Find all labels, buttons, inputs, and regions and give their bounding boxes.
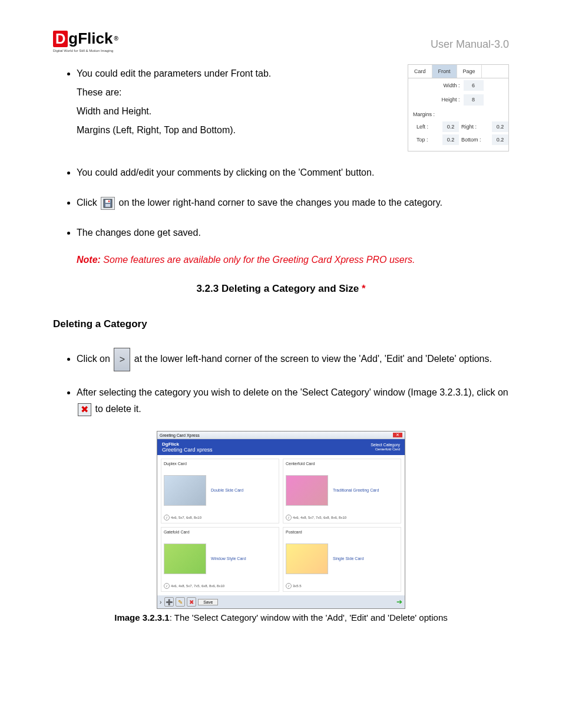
window-title: Greeting Card Xpress [160, 433, 200, 437]
category-thumb [164, 475, 206, 506]
section-heading: 3.2.3 Deleting a Category and Size * [53, 283, 509, 295]
select-category-screenshot: Greeting Card Xpress ✕ DgFlick Greeting … [157, 431, 405, 609]
footer-edit-icon[interactable]: ✎ [176, 597, 185, 607]
category-card[interactable]: PostcardSingle Side Cardi3x5.5 [283, 527, 401, 592]
category-thumb [286, 475, 328, 506]
chevron-right-icon[interactable]: > [114, 348, 130, 371]
note-text: Some features are available only for the… [101, 255, 415, 265]
b1-line2: These are: [77, 87, 121, 97]
tab-page[interactable]: Page [457, 65, 482, 78]
svg-rect-2 [105, 204, 110, 207]
category-title: Centerfold Card [286, 462, 398, 466]
bullet-comment: You could add/edit your comments by clic… [77, 164, 509, 182]
delete-icon[interactable]: ✖ [78, 403, 91, 416]
b6-post: to delete it. [95, 404, 141, 414]
margin-bottom-value[interactable]: 0.2 [492, 134, 508, 145]
margin-left-value[interactable]: 0.2 [442, 121, 459, 132]
category-sizes: i4x6, 5x7, 6x8, 8x10 [164, 515, 276, 521]
logo: DgFlick® Digital World for Still & Motio… [53, 29, 118, 52]
category-thumb [286, 543, 328, 574]
height-value[interactable]: 8 [464, 94, 484, 105]
margin-right-label: Right : [461, 122, 490, 131]
logo-reg: ® [114, 35, 118, 42]
category-style: Double Side Card [211, 488, 243, 492]
logo-text: gFlick [68, 29, 113, 48]
category-sizes: i4x6, 4x8, 5x7, 7x5, 6x8, 8x6, 8x10 [164, 583, 276, 589]
b1-line1: You could edit the parameters under Fron… [77, 68, 271, 78]
ss-app-title: Greeting Card xpress [162, 447, 213, 453]
category-style: Traditional Greeting Card [333, 488, 379, 492]
svg-rect-3 [108, 200, 110, 202]
margin-bottom-label: Bottom : [461, 135, 490, 144]
bullet-saved: The changes done get saved. [77, 225, 509, 242]
caption-bold: Image 3.2.3.1 [114, 612, 169, 622]
margin-left-label: Left : [416, 122, 440, 131]
b5-pre: Click on [77, 354, 110, 364]
category-style: Window Style Card [211, 556, 246, 561]
b3-pre: Click [77, 197, 97, 207]
footer-add-icon[interactable]: ➕ [164, 597, 174, 607]
category-sizes: i4x6, 4x8, 5x7, 7x5, 6x8, 8x6, 8x10 [286, 515, 398, 521]
ss-top-right2: Centerfold Card [371, 447, 400, 452]
height-label: Height : [434, 95, 464, 104]
footer-next-icon[interactable]: ➔ [396, 598, 402, 606]
category-thumb [164, 543, 206, 574]
window-close-icon[interactable]: ✕ [393, 433, 402, 437]
caption-rest: : The 'Select Category' window with the … [170, 612, 448, 622]
front-tab-panel: Card Front Page Width : 6 Height : 8 Mar… [408, 64, 509, 151]
b3-post: on the lower right-hand corner to save t… [119, 197, 442, 207]
category-title: Duplex Card [164, 462, 276, 466]
logo-d: D [53, 31, 68, 47]
margins-label: Margins : [408, 107, 508, 120]
category-card[interactable]: Duplex CardDouble Side Cardi4x6, 5x7, 6x… [161, 459, 279, 523]
category-card[interactable]: Gatefold CardWindow Style Cardi4x6, 4x8,… [161, 527, 279, 592]
category-sizes: i3x5.5 [286, 583, 398, 589]
logo-tagline: Digital World for Still & Motion Imaging [53, 49, 118, 52]
manual-title: User Manual-3.0 [431, 38, 509, 51]
category-style: Single Side Card [333, 556, 364, 561]
category-title: Gatefold Card [164, 530, 276, 534]
margin-top-label: Top : [416, 135, 440, 144]
note-label: Note: [77, 255, 101, 265]
note: Note: Some features are available only f… [77, 255, 509, 265]
sub-heading: Deleting a Category [53, 318, 509, 330]
section-asterisk: * [362, 283, 366, 294]
bullet-edit-params: You could edit the parameters under Fron… [77, 64, 509, 151]
b5-post: at the lower left-hand corner of the scr… [134, 354, 492, 364]
footer-delete-icon[interactable]: ✖ [187, 597, 196, 607]
save-icon[interactable] [101, 197, 115, 210]
tab-card[interactable]: Card [408, 65, 432, 78]
footer-save-button[interactable]: Save [198, 599, 218, 605]
section-title: 3.2.3 Deleting a Category and Size [196, 283, 362, 294]
ss-logo: DgFlick [162, 442, 213, 447]
b1-line3: Width and Height. [77, 106, 151, 116]
screenshot-caption: Image 3.2.3.1: The 'Select Category' win… [53, 612, 509, 622]
footer-chevron-icon[interactable]: › [160, 599, 161, 605]
margin-right-value[interactable]: 0.2 [492, 121, 508, 132]
ss-top-right1: Select Category [371, 443, 400, 447]
width-value[interactable]: 6 [464, 80, 484, 91]
category-card[interactable]: Centerfold CardTraditional Greeting Card… [283, 459, 401, 523]
bullet-chevron: Click on > at the lower left-hand corner… [77, 348, 509, 371]
b1-line4: Margins (Left, Right, Top and Bottom). [77, 125, 236, 135]
bullet-save: Click on the lower right-hand corner to … [77, 195, 509, 212]
bullet-delete: After selecting the category you wish to… [77, 384, 509, 419]
tab-front[interactable]: Front [432, 65, 457, 78]
b6-pre: After selecting the category you wish to… [77, 387, 508, 397]
width-label: Width : [434, 81, 464, 90]
margin-top-value[interactable]: 0.2 [442, 134, 459, 145]
category-title: Postcard [286, 530, 398, 534]
